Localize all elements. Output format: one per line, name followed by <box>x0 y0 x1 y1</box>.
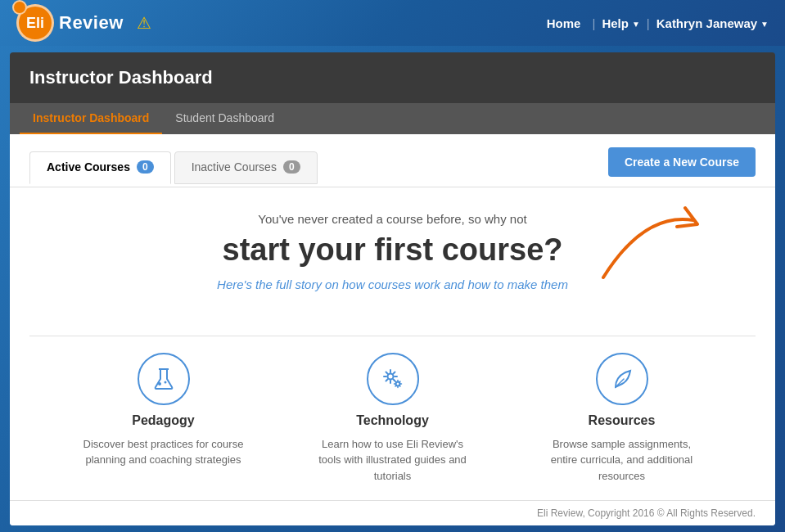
pedagogy-title: Pedagogy <box>132 413 194 428</box>
resources-icon <box>596 353 648 405</box>
svg-point-1 <box>158 382 161 385</box>
home-link[interactable]: Home <box>542 13 586 34</box>
empty-state-large-text: start your first course? <box>223 232 563 268</box>
technology-desc: Learn how to use Eli Review's tools with… <box>311 436 475 485</box>
dashboard-header: Instructor Dashboard <box>10 52 775 103</box>
sub-tabs-bar: Instructor Dashboard Student Dashboard <box>10 103 775 134</box>
nav-right: Home | Help ▼ | Kathryn Janeway ▼ <box>542 13 769 34</box>
footer-text: Eli Review, Copyright 2016 © All Rights … <box>537 507 756 519</box>
tab-inactive-courses[interactable]: Inactive Courses 0 <box>174 151 318 184</box>
tab-active-courses[interactable]: Active Courses 0 <box>29 151 171 184</box>
features-row: Pedagogy Discover best practices for cou… <box>10 345 775 501</box>
content-panel: Active Courses 0 Inactive Courses 0 Crea… <box>10 134 775 525</box>
help-dropdown[interactable]: Help ▼ <box>602 16 639 30</box>
tab-instructor-dashboard[interactable]: Instructor Dashboard <box>20 103 162 134</box>
user-dropdown[interactable]: Kathryn Janeway ▼ <box>656 16 769 30</box>
pedagogy-icon <box>138 353 190 405</box>
logo-circle: Eli <box>16 4 54 42</box>
page-title: Instructor Dashboard <box>29 67 756 88</box>
nav-separator-1: | <box>592 16 595 30</box>
create-course-button[interactable]: Create a New Course <box>608 147 756 177</box>
feature-technology: Technology Learn how to use Eli Review's… <box>311 353 475 485</box>
resources-desc: Browse sample assignments, entire curric… <box>540 436 704 485</box>
user-label: Kathryn Janeway <box>656 16 757 30</box>
footer: Eli Review, Copyright 2016 © All Rights … <box>10 500 775 525</box>
user-arrow-icon: ▼ <box>760 20 769 29</box>
features-divider <box>29 336 756 336</box>
empty-state-link[interactable]: Here's the full story on how courses wor… <box>217 277 568 291</box>
logo-letters: Eli <box>26 15 44 32</box>
resources-title: Resources <box>589 413 656 428</box>
top-navigation: Eli Review ⚠ Home | Help ▼ | Kathryn Jan… <box>0 0 785 46</box>
arrow-decoration-icon <box>595 196 710 294</box>
main-wrapper: Instructor Dashboard Instructor Dashboar… <box>10 52 775 525</box>
nav-separator-2: | <box>647 16 650 30</box>
inactive-courses-label: Inactive Courses <box>192 160 277 174</box>
help-arrow-icon: ▼ <box>632 20 640 29</box>
tab-student-dashboard[interactable]: Student Dashboard <box>162 103 287 134</box>
feature-pedagogy: Pedagogy Discover best practices for cou… <box>82 353 246 485</box>
inactive-courses-badge: 0 <box>283 160 300 174</box>
pedagogy-desc: Discover best practices for course plann… <box>82 436 246 468</box>
active-courses-badge: 0 <box>137 160 154 174</box>
active-courses-label: Active Courses <box>47 160 130 174</box>
logo-text: Review <box>59 12 124 34</box>
svg-point-2 <box>164 381 166 383</box>
empty-state: You've never created a course before, so… <box>10 187 775 327</box>
course-tabs: Active Courses 0 Inactive Courses 0 <box>29 151 321 183</box>
help-label: Help <box>602 16 629 30</box>
course-tabs-row: Active Courses 0 Inactive Courses 0 Crea… <box>10 134 775 187</box>
svg-point-3 <box>387 373 393 379</box>
empty-state-small-text: You've never created a course before, so… <box>258 212 526 226</box>
nav-left: Eli Review ⚠ <box>16 4 151 42</box>
warning-icon: ⚠ <box>137 13 151 33</box>
feature-resources: Resources Browse sample assignments, ent… <box>540 353 704 485</box>
technology-icon <box>367 353 419 405</box>
logo[interactable]: Eli Review <box>16 4 124 42</box>
technology-title: Technology <box>356 413 429 428</box>
